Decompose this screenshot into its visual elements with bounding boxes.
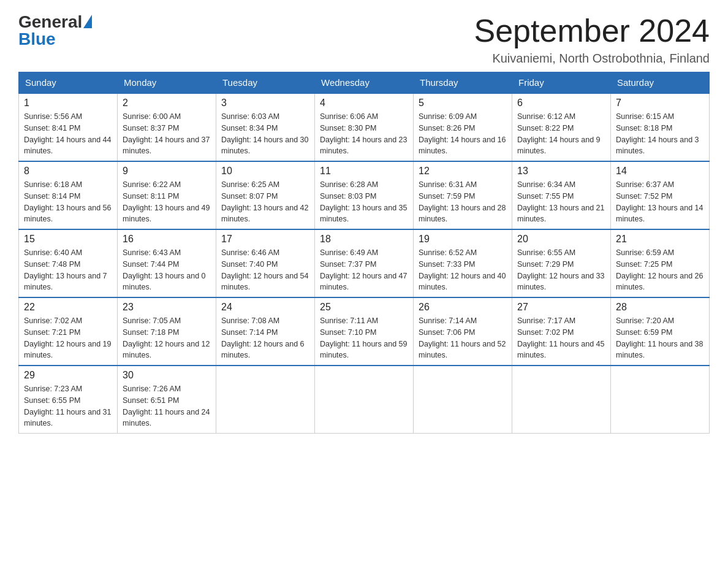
sunset-label: Sunset: 6:59 PM [616,328,672,337]
day-number: 16 [123,234,211,245]
daylight-label: Daylight: 12 hours and 54 minutes. [221,272,308,292]
sunrise-label: Sunrise: 7:08 AM [221,316,279,325]
calendar-cell: 20 Sunrise: 6:55 AM Sunset: 7:29 PM Dayl… [512,229,611,297]
day-number: 17 [221,234,309,245]
week-row-4: 22 Sunrise: 7:02 AM Sunset: 7:21 PM Dayl… [19,297,710,366]
weekday-header-row: SundayMondayTuesdayWednesdayThursdayFrid… [19,72,710,94]
day-info: Sunrise: 5:56 AM Sunset: 8:41 PM Dayligh… [24,111,112,157]
calendar-cell: 22 Sunrise: 7:02 AM Sunset: 7:21 PM Dayl… [19,297,118,366]
logo-triangle-icon [83,15,92,28]
weekday-header-sunday: Sunday [19,72,118,94]
day-number: 12 [419,166,507,177]
sunset-label: Sunset: 7:02 PM [517,328,574,337]
calendar-cell: 10 Sunrise: 6:25 AM Sunset: 8:07 PM Dayl… [216,161,315,229]
calendar-cell [512,366,611,434]
day-info: Sunrise: 7:05 AM Sunset: 7:18 PM Dayligh… [123,315,211,361]
calendar-cell: 15 Sunrise: 6:40 AM Sunset: 7:48 PM Dayl… [19,229,118,297]
sunset-label: Sunset: 8:30 PM [320,124,376,132]
calendar-cell: 2 Sunrise: 6:00 AM Sunset: 8:37 PM Dayli… [118,93,216,161]
daylight-label: Daylight: 13 hours and 7 minutes. [24,272,107,292]
day-info: Sunrise: 7:14 AM Sunset: 7:06 PM Dayligh… [419,315,507,361]
day-number: 25 [320,302,408,313]
sunrise-label: Sunrise: 7:26 AM [123,385,181,393]
calendar-cell: 29 Sunrise: 7:23 AM Sunset: 6:55 PM Dayl… [19,366,118,434]
daylight-label: Daylight: 13 hours and 42 minutes. [221,204,308,224]
sunset-label: Sunset: 6:51 PM [123,396,179,405]
calendar-cell: 19 Sunrise: 6:52 AM Sunset: 7:33 PM Dayl… [414,229,512,297]
daylight-label: Daylight: 11 hours and 24 minutes. [123,408,210,428]
sunrise-label: Sunrise: 6:18 AM [24,180,82,189]
daylight-label: Daylight: 12 hours and 6 minutes. [221,340,305,360]
calendar-cell: 27 Sunrise: 7:17 AM Sunset: 7:02 PM Dayl… [512,297,611,366]
sunset-label: Sunset: 7:48 PM [24,260,80,269]
calendar-cell [414,366,512,434]
day-info: Sunrise: 6:34 AM Sunset: 7:55 PM Dayligh… [517,179,605,225]
sunset-label: Sunset: 7:59 PM [419,192,475,201]
day-number: 18 [320,234,408,245]
sunrise-label: Sunrise: 6:12 AM [517,112,575,121]
sunrise-label: Sunrise: 6:28 AM [320,180,378,189]
daylight-label: Daylight: 13 hours and 49 minutes. [123,204,210,224]
day-info: Sunrise: 6:55 AM Sunset: 7:29 PM Dayligh… [517,247,605,293]
sunrise-label: Sunrise: 6:09 AM [419,112,477,121]
day-info: Sunrise: 6:18 AM Sunset: 8:14 PM Dayligh… [24,179,112,225]
sunset-label: Sunset: 8:07 PM [221,192,278,201]
daylight-label: Daylight: 11 hours and 45 minutes. [517,340,604,360]
day-number: 11 [320,166,408,177]
day-info: Sunrise: 7:17 AM Sunset: 7:02 PM Dayligh… [517,315,605,361]
daylight-label: Daylight: 12 hours and 33 minutes. [517,272,604,292]
sunrise-label: Sunrise: 7:11 AM [320,316,378,325]
sunset-label: Sunset: 8:34 PM [221,124,278,132]
sunset-label: Sunset: 7:55 PM [517,192,574,201]
day-info: Sunrise: 6:22 AM Sunset: 8:11 PM Dayligh… [123,179,211,225]
day-number: 14 [616,166,704,177]
day-info: Sunrise: 6:43 AM Sunset: 7:44 PM Dayligh… [123,247,211,293]
daylight-label: Daylight: 11 hours and 31 minutes. [24,408,111,428]
sunset-label: Sunset: 7:37 PM [320,260,376,269]
daylight-label: Daylight: 14 hours and 9 minutes. [517,136,601,156]
sunrise-label: Sunrise: 7:23 AM [24,385,82,393]
sunset-label: Sunset: 7:25 PM [616,260,672,269]
daylight-label: Daylight: 11 hours and 52 minutes. [419,340,506,360]
daylight-label: Daylight: 14 hours and 16 minutes. [419,136,506,156]
sunset-label: Sunset: 8:03 PM [320,192,376,201]
sunset-label: Sunset: 7:52 PM [616,192,672,201]
calendar-cell: 11 Sunrise: 6:28 AM Sunset: 8:03 PM Dayl… [315,161,414,229]
daylight-label: Daylight: 13 hours and 14 minutes. [616,204,703,224]
calendar-cell: 18 Sunrise: 6:49 AM Sunset: 7:37 PM Dayl… [315,229,414,297]
logo: General Blue [18,12,92,49]
day-number: 26 [419,302,507,313]
day-info: Sunrise: 6:52 AM Sunset: 7:33 PM Dayligh… [419,247,507,293]
daylight-label: Daylight: 14 hours and 44 minutes. [24,136,111,156]
sunrise-label: Sunrise: 6:06 AM [320,112,378,121]
sunrise-label: Sunrise: 6:22 AM [123,180,181,189]
day-info: Sunrise: 7:11 AM Sunset: 7:10 PM Dayligh… [320,315,408,361]
sunset-label: Sunset: 7:21 PM [24,328,80,337]
day-number: 5 [419,98,507,109]
day-info: Sunrise: 6:25 AM Sunset: 8:07 PM Dayligh… [221,179,309,225]
daylight-label: Daylight: 14 hours and 30 minutes. [221,136,308,156]
month-title: September 2024 [474,12,710,49]
calendar-cell: 8 Sunrise: 6:18 AM Sunset: 8:14 PM Dayli… [19,161,118,229]
calendar-cell: 28 Sunrise: 7:20 AM Sunset: 6:59 PM Dayl… [611,297,710,366]
day-info: Sunrise: 7:23 AM Sunset: 6:55 PM Dayligh… [24,383,112,429]
sunrise-label: Sunrise: 7:14 AM [419,316,477,325]
calendar-cell: 17 Sunrise: 6:46 AM Sunset: 7:40 PM Dayl… [216,229,315,297]
daylight-label: Daylight: 12 hours and 19 minutes. [24,340,111,360]
sunrise-label: Sunrise: 6:25 AM [221,180,279,189]
day-number: 30 [123,370,211,381]
sunset-label: Sunset: 7:06 PM [419,328,475,337]
day-number: 23 [123,302,211,313]
sunrise-label: Sunrise: 7:20 AM [616,316,674,325]
sunset-label: Sunset: 8:41 PM [24,124,80,132]
day-number: 28 [616,302,704,313]
calendar-cell: 13 Sunrise: 6:34 AM Sunset: 7:55 PM Dayl… [512,161,611,229]
daylight-label: Daylight: 13 hours and 28 minutes. [419,204,506,224]
week-row-3: 15 Sunrise: 6:40 AM Sunset: 7:48 PM Dayl… [19,229,710,297]
sunset-label: Sunset: 8:18 PM [616,124,672,132]
sunrise-label: Sunrise: 6:37 AM [616,180,674,189]
calendar-cell: 23 Sunrise: 7:05 AM Sunset: 7:18 PM Dayl… [118,297,216,366]
calendar-cell: 16 Sunrise: 6:43 AM Sunset: 7:44 PM Dayl… [118,229,216,297]
day-number: 15 [24,234,112,245]
sunrise-label: Sunrise: 7:05 AM [123,316,181,325]
